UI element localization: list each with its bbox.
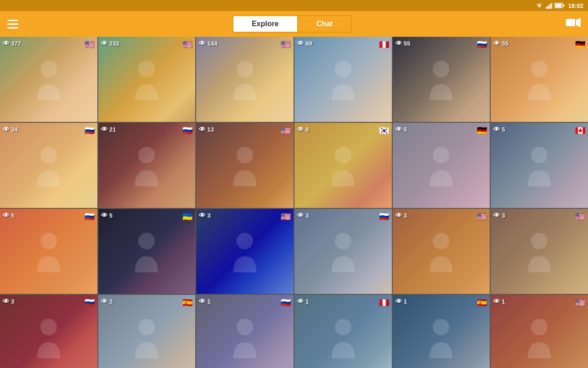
profile-photo bbox=[196, 209, 294, 294]
grid-cell[interactable]: 👁55🇷🇺 bbox=[393, 37, 490, 122]
view-count-badge: 👁5 bbox=[396, 126, 407, 133]
video-call-icon[interactable] bbox=[566, 17, 581, 30]
grid-cell[interactable]: 👁5🇨🇦 bbox=[491, 123, 588, 208]
grid-cell[interactable]: 👁5🇺🇦 bbox=[98, 209, 196, 294]
eye-icon: 👁 bbox=[3, 40, 9, 47]
svg-point-16 bbox=[138, 147, 155, 163]
grid-cell[interactable]: 👁34🇷🇺 bbox=[0, 123, 97, 208]
view-count-badge: 👁3 bbox=[3, 298, 14, 305]
grid-cell[interactable]: 👁8🇰🇷 bbox=[294, 123, 392, 208]
clock: 18:02 bbox=[568, 2, 583, 9]
profile-photo bbox=[0, 209, 97, 294]
battery-icon bbox=[554, 3, 565, 8]
eye-icon: 👁 bbox=[493, 126, 500, 133]
profile-photo bbox=[0, 295, 97, 368]
svg-point-29 bbox=[237, 319, 253, 335]
country-flag: 🇺🇸 bbox=[85, 40, 95, 50]
svg-point-21 bbox=[40, 233, 57, 249]
view-count: 55 bbox=[404, 40, 410, 47]
country-flag: 🇷🇺 bbox=[85, 212, 95, 222]
grid-cell[interactable]: 👁13🇺🇸 bbox=[196, 123, 294, 208]
grid-cell[interactable]: 👁2🇪🇸 bbox=[98, 295, 196, 368]
svg-point-31 bbox=[433, 319, 449, 335]
signal-icon bbox=[546, 2, 552, 9]
country-flag: 🇺🇦 bbox=[182, 212, 192, 222]
country-flag: 🇺🇸 bbox=[281, 212, 291, 222]
grid-cell[interactable]: 👁3🇺🇸 bbox=[393, 209, 490, 294]
view-count: 2 bbox=[109, 298, 113, 305]
grid-cell[interactable]: 👁3🇷🇺 bbox=[294, 209, 392, 294]
view-count-badge: 👁2 bbox=[101, 298, 113, 305]
view-count-badge: 👁55 bbox=[493, 40, 508, 47]
svg-point-15 bbox=[40, 147, 57, 163]
svg-rect-0 bbox=[546, 7, 547, 9]
view-count-badge: 👁5 bbox=[493, 126, 505, 133]
view-count-badge: 👁1 bbox=[396, 298, 407, 305]
tab-explore-button[interactable]: Explore bbox=[233, 16, 297, 32]
svg-point-19 bbox=[433, 147, 449, 163]
person-silhouette bbox=[329, 59, 357, 100]
grid-cell[interactable]: 👁5🇩🇪 bbox=[393, 123, 490, 208]
country-flag: 🇷🇺 bbox=[281, 298, 291, 308]
grid-cell[interactable]: 👁3🇺🇸 bbox=[491, 209, 588, 294]
status-bar: 18:02 bbox=[0, 0, 588, 11]
person-silhouette bbox=[427, 145, 455, 186]
grid-cell[interactable]: 👁5🇷🇺 bbox=[0, 209, 97, 294]
country-flag: 🇨🇦 bbox=[575, 126, 585, 136]
view-count-badge: 👁89 bbox=[297, 40, 312, 47]
eye-icon: 👁 bbox=[3, 212, 9, 219]
country-flag: 🇷🇺 bbox=[477, 40, 487, 50]
svg-point-28 bbox=[138, 319, 155, 335]
eye-icon: 👁 bbox=[199, 126, 205, 133]
grid-cell[interactable]: 👁55🇩🇪 bbox=[491, 37, 588, 122]
person-silhouette bbox=[35, 59, 62, 100]
view-count: 89 bbox=[305, 40, 312, 47]
view-count-badge: 👁5 bbox=[3, 212, 14, 219]
eye-icon: 👁 bbox=[396, 126, 402, 133]
eye-icon: 👁 bbox=[493, 212, 500, 219]
grid-cell[interactable]: 👁3🇺🇸 bbox=[196, 209, 294, 294]
profile-photo bbox=[294, 295, 392, 368]
view-count-badge: 👁1 bbox=[199, 298, 210, 305]
person-silhouette bbox=[231, 145, 259, 186]
person-silhouette bbox=[329, 145, 357, 186]
grid-cell[interactable]: 👁1🇷🇺 bbox=[196, 295, 294, 368]
grid-cell[interactable]: 👁89🇵🇪 bbox=[294, 37, 392, 122]
person-silhouette bbox=[231, 59, 259, 100]
grid-cell[interactable]: 👁377🇺🇸 bbox=[0, 37, 97, 122]
profile-photo bbox=[98, 295, 196, 368]
grid-cell[interactable]: 👁21🇷🇺 bbox=[98, 123, 196, 208]
view-count-badge: 👁34 bbox=[3, 126, 17, 133]
svg-point-10 bbox=[138, 61, 155, 77]
eye-icon: 👁 bbox=[493, 298, 500, 305]
tab-chat-button[interactable]: Chat bbox=[297, 16, 351, 32]
svg-point-22 bbox=[138, 233, 155, 249]
svg-point-17 bbox=[237, 147, 253, 163]
svg-rect-7 bbox=[566, 19, 575, 26]
grid-cell[interactable]: 👁1🇵🇪 bbox=[294, 295, 392, 368]
view-count-badge: 👁3 bbox=[396, 212, 407, 219]
grid-cell[interactable]: 👁1🇺🇸 bbox=[491, 295, 588, 368]
svg-point-27 bbox=[40, 319, 57, 335]
grid-cell[interactable]: 👁3🇷🇺 bbox=[0, 295, 97, 368]
hamburger-menu[interactable] bbox=[7, 20, 18, 29]
grid-cell[interactable]: 👁233🇺🇸 bbox=[98, 37, 196, 122]
view-count: 144 bbox=[207, 40, 217, 47]
svg-rect-5 bbox=[555, 4, 561, 7]
profile-photo bbox=[393, 37, 490, 122]
photo-grid: 👁377🇺🇸 👁233🇺🇸 👁144🇺🇸 👁89🇵🇪 👁55🇷🇺 👁55🇩🇪 👁… bbox=[0, 37, 588, 368]
svg-point-20 bbox=[531, 147, 548, 163]
country-flag: 🇷🇺 bbox=[379, 212, 389, 222]
eye-icon: 👁 bbox=[297, 126, 304, 133]
profile-photo bbox=[98, 37, 196, 122]
person-silhouette bbox=[133, 231, 160, 272]
profile-photo bbox=[294, 37, 392, 122]
person-silhouette bbox=[35, 145, 62, 186]
profile-photo bbox=[98, 209, 196, 294]
svg-point-18 bbox=[335, 147, 351, 163]
profile-photo bbox=[294, 123, 392, 208]
profile-photo bbox=[491, 209, 588, 294]
grid-cell[interactable]: 👁144🇺🇸 bbox=[196, 37, 294, 122]
grid-cell[interactable]: 👁1🇪🇸 bbox=[393, 295, 490, 368]
person-silhouette bbox=[133, 145, 160, 186]
